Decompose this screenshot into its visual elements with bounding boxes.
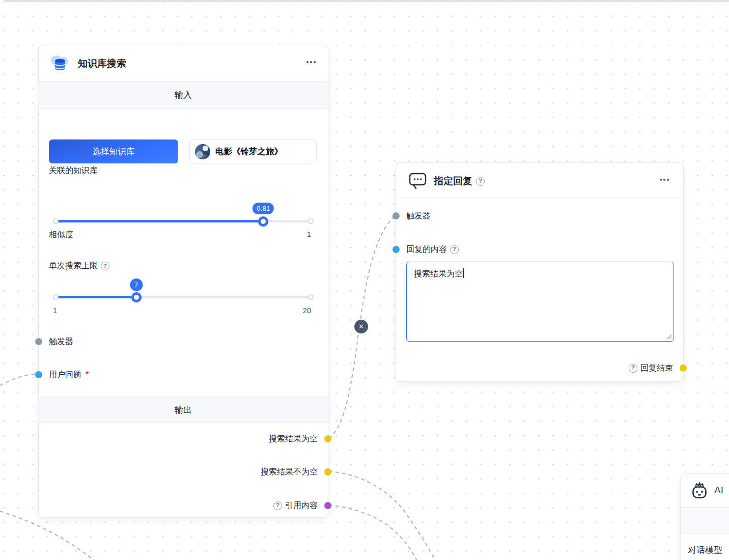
reply-content-port-row: 回复的内容 ? xyxy=(396,242,683,257)
reply-end-port-dot[interactable] xyxy=(680,365,687,372)
textarea-resize-handle[interactable] xyxy=(666,333,672,340)
delete-connection-button[interactable]: ✕ xyxy=(354,320,368,333)
ai-model-label: 对话模型 xyxy=(688,544,722,556)
ai-node-title: AI xyxy=(714,485,723,496)
kb-trigger-label: 触发器 xyxy=(49,337,73,347)
search-limit-help-icon[interactable]: ? xyxy=(101,262,109,270)
output-not-empty-port-dot[interactable] xyxy=(324,468,331,475)
reply-node-header: 指定回复 ? xyxy=(396,163,683,198)
ai-chat-node[interactable]: AI 对话模型 xyxy=(680,473,729,560)
specified-reply-node[interactable]: 指定回复 ? 触发器 回复的内容 ? 搜索结果为空 ? 回复结束 xyxy=(396,162,684,382)
similarity-slider-min-cap xyxy=(53,218,59,224)
kb-input-section-label: 输入 xyxy=(175,89,192,101)
reply-end-label: 回复结束 xyxy=(640,363,673,374)
limit-slider[interactable]: 7 xyxy=(55,296,311,298)
dataset-chip[interactable]: 电影《铃芽之旅》 xyxy=(189,139,317,163)
kb-trigger-port-dot[interactable] xyxy=(35,338,42,345)
wire-quote xyxy=(329,505,418,560)
reply-end-row: ? 回复结束 xyxy=(396,360,683,376)
dataset-chip-label: 电影《铃芽之旅》 xyxy=(215,146,283,157)
similarity-label: 相似度 xyxy=(49,230,73,240)
output-quote-row: ? 引用内容 xyxy=(39,498,328,513)
ai-node-section-bar xyxy=(681,507,729,534)
limit-slider-min-cap xyxy=(53,294,59,300)
reply-node-more-menu[interactable] xyxy=(660,179,669,181)
reply-node-title: 指定回复 xyxy=(434,175,472,188)
kb-output-section-bar: 输出 xyxy=(39,397,328,423)
output-quote-help-icon[interactable]: ? xyxy=(273,501,282,510)
reply-trigger-port-dot[interactable] xyxy=(392,212,400,219)
reply-end-help-icon[interactable]: ? xyxy=(629,364,637,373)
reply-content-help-icon[interactable]: ? xyxy=(450,245,459,254)
kb-dataset-label: 关联的知识库 xyxy=(49,165,98,176)
knowledge-base-icon xyxy=(49,53,70,73)
reply-content-text: 搜索结果为空 xyxy=(414,269,463,278)
output-quote-port-dot[interactable] xyxy=(324,502,331,509)
similarity-slider-fill xyxy=(55,220,263,222)
similarity-value-badge: 0.81 xyxy=(253,203,274,214)
reply-trigger-label: 触发器 xyxy=(406,211,431,221)
wire-bottom-left xyxy=(0,511,97,560)
wire-to-user-question xyxy=(0,374,37,385)
robot-icon xyxy=(689,480,710,501)
reply-content-port-dot[interactable] xyxy=(392,246,400,253)
knowledge-search-node[interactable]: 知识库搜索 输入 关联的知识库 选择知识库 电影《铃芽之旅》 相似度 0.81 … xyxy=(38,45,328,518)
limit-value-badge: 7 xyxy=(130,278,143,291)
output-quote-label: 引用内容 xyxy=(285,500,318,511)
output-not-empty-label: 搜索结果不为空 xyxy=(261,467,318,478)
user-question-label: 用户问题 xyxy=(49,370,81,380)
limit-slider-thumb[interactable] xyxy=(131,292,142,302)
output-empty-port-dot[interactable] xyxy=(324,435,331,442)
kb-node-title: 知识库搜索 xyxy=(78,57,126,70)
kb-node-more-menu[interactable] xyxy=(306,61,316,63)
user-question-port-dot[interactable] xyxy=(35,371,42,378)
reply-node-help-icon[interactable]: ? xyxy=(476,177,485,186)
kb-output-section-label: 输出 xyxy=(175,404,192,416)
required-asterisk: * xyxy=(86,370,89,379)
limit-slider-fill xyxy=(55,296,136,298)
kb-input-section-bar: 输入 xyxy=(39,81,328,109)
search-limit-label: 单次搜索上限 ? xyxy=(49,261,109,271)
output-not-empty-row: 搜索结果不为空 xyxy=(39,464,328,480)
limit-max-label: 20 xyxy=(291,306,311,315)
reply-content-textarea[interactable]: 搜索结果为空 xyxy=(406,262,674,342)
reply-trigger-port-row: 触发器 xyxy=(396,208,683,223)
output-empty-label: 搜索结果为空 xyxy=(269,434,318,444)
similarity-slider[interactable]: 0.81 xyxy=(55,220,311,222)
limit-slider-max-cap xyxy=(308,294,314,300)
similarity-slider-max-cap xyxy=(308,218,314,224)
dataset-avatar xyxy=(195,144,210,159)
kb-node-header: 知识库搜索 xyxy=(39,45,328,81)
limit-min-label: 1 xyxy=(53,306,57,315)
output-empty-row: 搜索结果为空 xyxy=(39,431,328,446)
select-knowledge-base-button[interactable]: 选择知识库 xyxy=(49,139,178,163)
similarity-slider-thumb[interactable] xyxy=(258,216,268,227)
wire-not-empty xyxy=(329,471,438,560)
user-question-port-row: 用户问题* xyxy=(39,367,328,382)
chat-bubble-icon xyxy=(408,172,428,190)
similarity-max-label: 1 xyxy=(291,230,311,238)
kb-trigger-port-row: 触发器 xyxy=(39,334,328,349)
text-cursor xyxy=(463,268,464,278)
reply-content-label: 回复的内容 xyxy=(406,244,447,255)
